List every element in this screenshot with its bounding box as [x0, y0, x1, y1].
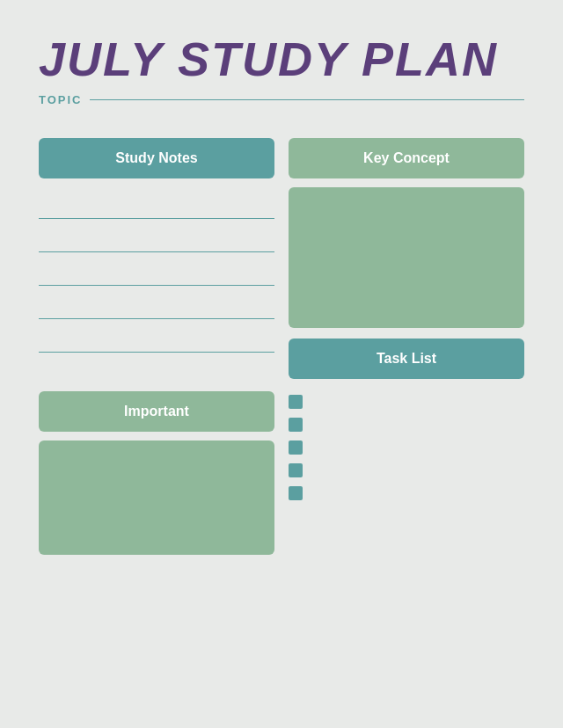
checkbox-3[interactable]: [289, 440, 303, 455]
task-item-5: [289, 486, 524, 500]
right-top-col: Key Concept Task List: [289, 138, 524, 379]
task-checkboxes-col: [289, 391, 524, 555]
task-item-1: [289, 395, 524, 409]
write-line-1: [39, 186, 274, 219]
checkbox-1[interactable]: [289, 395, 303, 409]
write-line-4: [39, 286, 274, 319]
key-concept-box: [289, 187, 524, 328]
key-concept-button[interactable]: Key Concept: [289, 138, 524, 178]
important-col: Important: [39, 391, 274, 555]
checkbox-4[interactable]: [289, 463, 303, 477]
topic-label: TOPIC: [39, 93, 83, 106]
task-item-3: [289, 440, 524, 455]
bottom-section: Important: [39, 391, 524, 555]
task-item-2: [289, 418, 524, 432]
study-notes-col: Study Notes: [39, 138, 274, 379]
write-line-5: [39, 319, 274, 353]
page: JULY STUDY PLAN TOPIC Study Notes Key Co…: [0, 0, 563, 728]
page-title: JULY STUDY PLAN: [39, 32, 524, 86]
important-button[interactable]: Important: [39, 391, 274, 432]
write-line-2: [39, 219, 274, 252]
study-notes-button[interactable]: Study Notes: [39, 138, 274, 178]
study-notes-lines: [39, 178, 274, 353]
task-list-button[interactable]: Task List: [289, 339, 524, 379]
important-notes-box: [39, 440, 274, 555]
task-item-4: [289, 463, 524, 477]
checkbox-5[interactable]: [289, 486, 303, 500]
top-section: Study Notes Key Concept Task List: [39, 138, 524, 379]
topic-line: [90, 99, 525, 100]
write-line-3: [39, 252, 274, 286]
topic-row: TOPIC: [39, 93, 524, 106]
checkbox-2[interactable]: [289, 418, 303, 432]
